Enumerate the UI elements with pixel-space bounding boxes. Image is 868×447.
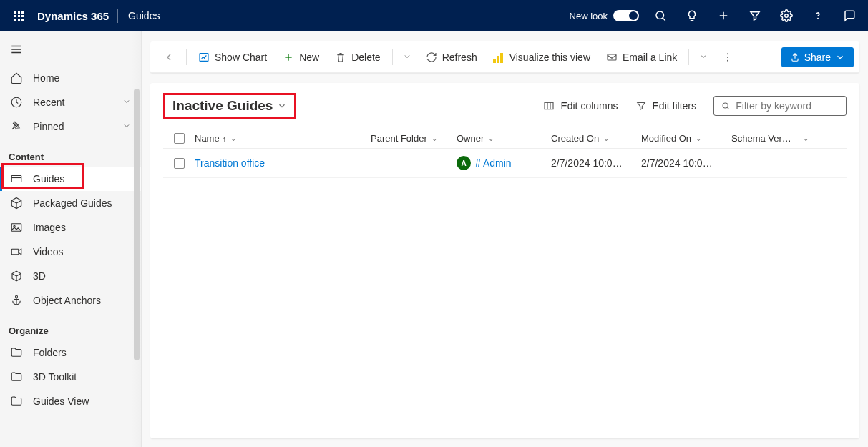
help-icon[interactable] <box>802 0 834 31</box>
sidebar-section-content: Content <box>0 139 141 167</box>
visualize-button[interactable]: Visualize this view <box>486 47 598 67</box>
svg-rect-22 <box>608 54 616 60</box>
svg-rect-26 <box>545 102 553 109</box>
more-button[interactable] <box>715 47 741 67</box>
sidebar-item-label: Pinned <box>33 121 64 132</box>
show-chart-button[interactable]: Show Chart <box>191 47 274 67</box>
svg-point-16 <box>16 295 18 298</box>
show-chart-label: Show Chart <box>215 51 267 63</box>
svg-line-1 <box>663 18 665 21</box>
edit-filters-button[interactable]: Edit filters <box>635 100 696 112</box>
search-icon[interactable] <box>645 0 676 31</box>
guides-icon <box>10 172 23 185</box>
new-look-label: New look <box>570 11 608 21</box>
sidebar-item-videos[interactable]: Videos <box>0 240 141 264</box>
sidebar-item-guides-view[interactable]: Guides View <box>0 389 141 413</box>
sidebar-item-pinned[interactable]: Pinned <box>0 114 141 139</box>
column-header-modified[interactable]: Modified On ⌄ <box>641 133 731 144</box>
svg-point-24 <box>727 57 728 58</box>
sidebar-item-label: Videos <box>33 246 64 257</box>
folder-icon <box>10 395 23 408</box>
sidebar: Home Recent Pinned Content Guides Packag… <box>0 31 142 447</box>
column-header-schema[interactable]: Schema Ver… ⌄ <box>731 133 810 144</box>
toggle-icon[interactable] <box>613 10 639 21</box>
filter-input[interactable] <box>736 100 839 112</box>
column-header-created[interactable]: Created On ⌄ <box>551 133 641 144</box>
scrollbar[interactable] <box>131 31 141 447</box>
chevron-down-icon: ⌄ <box>230 134 236 142</box>
chevron-down-icon[interactable] <box>397 46 417 68</box>
brand-title[interactable]: Dynamics 365 <box>34 10 117 22</box>
chat-icon[interactable] <box>834 0 865 31</box>
table-row[interactable]: Transition office A # Admin 2/7/2024 10:… <box>163 149 847 178</box>
share-button[interactable]: Share <box>781 47 854 67</box>
folder-icon <box>10 346 23 359</box>
view-title: Inactive Guides <box>172 98 273 114</box>
view-selector[interactable]: Inactive Guides <box>163 93 296 119</box>
column-header-parent[interactable]: Parent Folder ⌄ <box>371 133 457 144</box>
owner-link[interactable]: # Admin <box>475 157 512 169</box>
email-label: Email a Link <box>623 51 677 63</box>
grid-header: Name ↑ ⌄ Parent Folder ⌄ Owner ⌄ Created… <box>163 129 847 149</box>
lightbulb-icon[interactable] <box>676 0 708 31</box>
back-button[interactable] <box>156 47 182 67</box>
gear-icon[interactable] <box>771 0 802 31</box>
sidebar-item-home[interactable]: Home <box>0 66 141 90</box>
chevron-down-icon <box>277 101 287 111</box>
sidebar-item-folders[interactable]: Folders <box>0 340 141 365</box>
sidebar-item-recent[interactable]: Recent <box>0 90 141 114</box>
image-icon <box>10 221 23 234</box>
svg-line-30 <box>727 107 729 109</box>
sidebar-item-3d-toolkit[interactable]: 3D Toolkit <box>0 365 141 389</box>
sidebar-item-object-anchors[interactable]: Object Anchors <box>0 288 141 313</box>
chevron-down-icon <box>122 121 131 132</box>
clock-icon <box>10 96 23 109</box>
hamburger-icon[interactable] <box>0 39 141 66</box>
chevron-down-icon <box>122 97 131 108</box>
delete-button[interactable]: Delete <box>328 47 387 67</box>
row-checkbox[interactable] <box>174 158 185 169</box>
new-look-toggle[interactable]: New look <box>564 10 645 21</box>
record-link[interactable]: Transition office <box>195 157 265 169</box>
sidebar-section-organize: Organize <box>0 313 141 340</box>
cell-modified: 2/7/2024 10:0… <box>641 157 731 169</box>
app-launcher-icon[interactable] <box>3 0 34 31</box>
chevron-down-icon: ⌄ <box>696 134 701 142</box>
sidebar-item-label: Recent <box>33 97 64 108</box>
column-header-owner[interactable]: Owner ⌄ <box>457 133 551 144</box>
filter-search-box[interactable] <box>713 96 847 116</box>
delete-label: Delete <box>351 51 380 63</box>
command-bar: Show Chart New Delete Refresh Visualize … <box>150 41 859 73</box>
svg-point-25 <box>727 59 728 61</box>
chevron-down-icon: ⌄ <box>488 134 494 142</box>
new-label: New <box>299 51 319 63</box>
svg-point-29 <box>723 103 728 108</box>
plus-icon[interactable] <box>708 0 739 31</box>
new-button[interactable]: New <box>275 47 326 67</box>
anchor-icon <box>10 294 23 307</box>
sidebar-item-label: Object Anchors <box>33 295 101 306</box>
search-icon <box>721 101 730 111</box>
sidebar-item-label: Images <box>33 222 66 233</box>
svg-rect-15 <box>11 249 19 255</box>
edit-columns-button[interactable]: Edit columns <box>543 100 618 112</box>
sidebar-item-3d[interactable]: 3D <box>0 264 141 288</box>
sidebar-item-guides[interactable]: Guides <box>0 167 141 191</box>
chevron-down-icon[interactable] <box>693 46 713 68</box>
sidebar-item-images[interactable]: Images <box>0 215 141 240</box>
refresh-button[interactable]: Refresh <box>419 47 484 67</box>
column-header-name[interactable]: Name ↑ ⌄ <box>195 133 371 144</box>
cell-created: 2/7/2024 10:0… <box>551 157 641 169</box>
chevron-down-icon: ⌄ <box>431 134 437 142</box>
video-icon <box>10 245 23 258</box>
chevron-down-icon: ⌄ <box>803 134 809 142</box>
app-name[interactable]: Guides <box>118 10 170 21</box>
sort-ascending-icon: ↑ <box>223 134 227 143</box>
filter-icon[interactable] <box>739 0 771 31</box>
sidebar-item-packaged-guides[interactable]: Packaged Guides <box>0 191 141 215</box>
email-link-button[interactable]: Email a Link <box>599 47 684 67</box>
sidebar-item-label: 3D Toolkit <box>33 371 77 383</box>
filter-icon <box>635 100 647 112</box>
select-all-checkbox[interactable] <box>174 133 185 144</box>
sidebar-item-label: Guides <box>33 173 64 185</box>
